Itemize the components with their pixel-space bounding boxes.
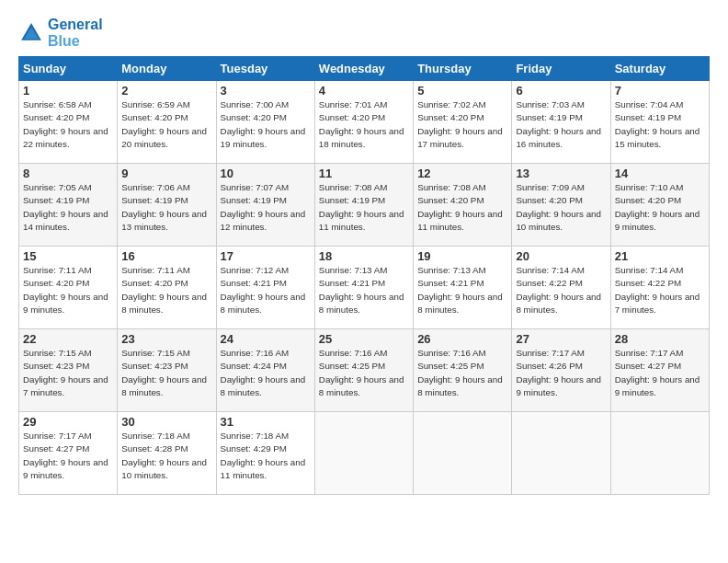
calendar-day-19: 19 Sunrise: 7:13 AMSunset: 4:21 PMDaylig… [414,247,512,329]
calendar-week-3: 15 Sunrise: 7:11 AMSunset: 4:20 PMDaylig… [19,247,710,329]
day-number: 26 [417,332,507,346]
calendar-week-5: 29 Sunrise: 7:17 AMSunset: 4:27 PMDaylig… [19,412,710,495]
day-number: 10 [221,167,311,180]
day-number: 11 [319,167,409,180]
calendar-day-22: 22 Sunrise: 7:15 AMSunset: 4:23 PMDaylig… [19,329,118,412]
day-info: Sunrise: 7:10 AMSunset: 4:20 PMDaylight:… [615,181,705,234]
calendar-day-16: 16 Sunrise: 7:11 AMSunset: 4:20 PMDaylig… [118,247,216,329]
day-info: Sunrise: 7:03 AMSunset: 4:19 PMDaylight:… [516,98,606,151]
page: General Blue SundayMondayTuesdayWednesda… [0,0,728,504]
calendar-day-5: 5 Sunrise: 7:02 AMSunset: 4:20 PMDayligh… [414,81,512,164]
calendar-week-1: 1 Sunrise: 6:58 AMSunset: 4:20 PMDayligh… [19,81,710,164]
day-number: 29 [23,415,113,429]
day-info: Sunrise: 6:59 AMSunset: 4:20 PMDaylight:… [121,98,211,151]
calendar-day-3: 3 Sunrise: 7:00 AMSunset: 4:20 PMDayligh… [216,81,314,164]
day-info: Sunrise: 7:17 AMSunset: 4:26 PMDaylight:… [516,347,606,399]
day-number: 19 [417,249,507,263]
day-info: Sunrise: 7:08 AMSunset: 4:20 PMDaylight:… [417,181,507,234]
day-info: Sunrise: 7:17 AMSunset: 4:27 PMDaylight:… [23,430,113,482]
logo-icon [18,20,44,46]
calendar-day-2: 2 Sunrise: 6:59 AMSunset: 4:20 PMDayligh… [118,81,216,164]
day-number: 3 [221,84,311,98]
calendar-day-27: 27 Sunrise: 7:17 AMSunset: 4:26 PMDaylig… [512,329,610,412]
calendar-header-saturday: Saturday [610,57,709,81]
day-info: Sunrise: 7:01 AMSunset: 4:20 PMDaylight:… [319,98,409,151]
day-number: 27 [516,332,606,346]
calendar-header-monday: Monday [118,57,216,81]
day-info: Sunrise: 7:14 AMSunset: 4:22 PMDaylight:… [615,264,705,316]
calendar-week-4: 22 Sunrise: 7:15 AMSunset: 4:23 PMDaylig… [19,329,710,412]
logo-text: General Blue [48,17,103,49]
day-info: Sunrise: 7:14 AMSunset: 4:22 PMDaylight:… [516,264,606,316]
day-number: 20 [516,249,606,263]
calendar-day-21: 21 Sunrise: 7:14 AMSunset: 4:22 PMDaylig… [610,247,709,329]
calendar-day-13: 13 Sunrise: 7:09 AMSunset: 4:20 PMDaylig… [512,164,610,247]
day-number: 17 [221,249,311,263]
day-number: 25 [319,332,409,346]
day-number: 28 [615,332,705,346]
day-info: Sunrise: 7:15 AMSunset: 4:23 PMDaylight:… [23,347,113,399]
header: General Blue [18,17,710,49]
day-number: 21 [615,249,705,263]
day-number: 2 [121,84,211,98]
calendar-day-25: 25 Sunrise: 7:16 AMSunset: 4:25 PMDaylig… [314,329,413,412]
day-number: 9 [121,167,211,180]
logo: General Blue [18,17,103,49]
day-number: 15 [23,249,113,263]
empty-cell [414,412,512,495]
day-number: 30 [121,415,211,429]
day-number: 31 [221,415,311,429]
calendar-header-friday: Friday [512,57,610,81]
day-info: Sunrise: 7:12 AMSunset: 4:21 PMDaylight:… [221,264,311,316]
day-info: Sunrise: 7:16 AMSunset: 4:24 PMDaylight:… [221,347,311,399]
day-info: Sunrise: 7:11 AMSunset: 4:20 PMDaylight:… [121,264,211,316]
calendar-header-tuesday: Tuesday [216,57,314,81]
calendar-day-23: 23 Sunrise: 7:15 AMSunset: 4:23 PMDaylig… [118,329,216,412]
calendar-header-thursday: Thursday [414,57,512,81]
calendar-header-sunday: Sunday [19,57,118,81]
day-number: 18 [319,249,409,263]
empty-cell [512,412,610,495]
calendar-day-26: 26 Sunrise: 7:16 AMSunset: 4:25 PMDaylig… [414,329,512,412]
day-info: Sunrise: 7:15 AMSunset: 4:23 PMDaylight:… [121,347,211,399]
day-info: Sunrise: 7:04 AMSunset: 4:19 PMDaylight:… [615,98,705,151]
day-number: 23 [121,332,211,346]
day-info: Sunrise: 7:06 AMSunset: 4:19 PMDaylight:… [121,181,211,234]
empty-cell [314,412,413,495]
calendar-day-18: 18 Sunrise: 7:13 AMSunset: 4:21 PMDaylig… [314,247,413,329]
empty-cell [610,412,709,495]
calendar-day-20: 20 Sunrise: 7:14 AMSunset: 4:22 PMDaylig… [512,247,610,329]
calendar-day-1: 1 Sunrise: 6:58 AMSunset: 4:20 PMDayligh… [19,81,118,164]
day-number: 6 [516,84,606,98]
day-number: 14 [615,167,705,180]
calendar-table: SundayMondayTuesdayWednesdayThursdayFrid… [18,56,710,495]
calendar-day-11: 11 Sunrise: 7:08 AMSunset: 4:19 PMDaylig… [314,164,413,247]
day-info: Sunrise: 7:17 AMSunset: 4:27 PMDaylight:… [615,347,705,399]
day-number: 7 [615,84,705,98]
day-info: Sunrise: 7:11 AMSunset: 4:20 PMDaylight:… [23,264,113,316]
day-info: Sunrise: 7:13 AMSunset: 4:21 PMDaylight:… [319,264,409,316]
calendar-day-10: 10 Sunrise: 7:07 AMSunset: 4:19 PMDaylig… [216,164,314,247]
calendar-day-7: 7 Sunrise: 7:04 AMSunset: 4:19 PMDayligh… [610,81,709,164]
calendar-day-17: 17 Sunrise: 7:12 AMSunset: 4:21 PMDaylig… [216,247,314,329]
calendar-week-2: 8 Sunrise: 7:05 AMSunset: 4:19 PMDayligh… [19,164,710,247]
day-number: 8 [23,167,113,180]
calendar-day-30: 30 Sunrise: 7:18 AMSunset: 4:28 PMDaylig… [118,412,216,495]
day-info: Sunrise: 7:09 AMSunset: 4:20 PMDaylight:… [516,181,606,234]
calendar-day-6: 6 Sunrise: 7:03 AMSunset: 4:19 PMDayligh… [512,81,610,164]
day-info: Sunrise: 6:58 AMSunset: 4:20 PMDaylight:… [23,98,113,151]
day-info: Sunrise: 7:07 AMSunset: 4:19 PMDaylight:… [221,181,311,234]
day-number: 1 [23,84,113,98]
day-info: Sunrise: 7:18 AMSunset: 4:29 PMDaylight:… [221,430,311,482]
day-info: Sunrise: 7:08 AMSunset: 4:19 PMDaylight:… [319,181,409,234]
day-number: 16 [121,249,211,263]
day-info: Sunrise: 7:16 AMSunset: 4:25 PMDaylight:… [417,347,507,399]
calendar-day-8: 8 Sunrise: 7:05 AMSunset: 4:19 PMDayligh… [19,164,118,247]
day-number: 24 [221,332,311,346]
day-number: 13 [516,167,606,180]
calendar-header-wednesday: Wednesday [314,57,413,81]
calendar-day-24: 24 Sunrise: 7:16 AMSunset: 4:24 PMDaylig… [216,329,314,412]
calendar-day-4: 4 Sunrise: 7:01 AMSunset: 4:20 PMDayligh… [314,81,413,164]
calendar-day-29: 29 Sunrise: 7:17 AMSunset: 4:27 PMDaylig… [19,412,118,495]
calendar-header-row: SundayMondayTuesdayWednesdayThursdayFrid… [19,57,710,81]
